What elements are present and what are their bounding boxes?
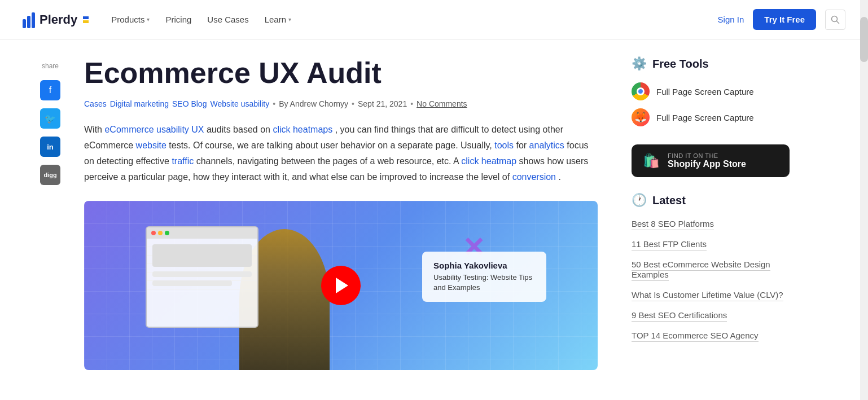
list-item: TOP 14 Ecommerce SEO Agency — [632, 331, 790, 341]
social-sidebar: share f 🐦 in digg — [28, 39, 73, 387]
browser-mockup — [146, 226, 258, 328]
logo[interactable]: Plerdy — [23, 11, 89, 28]
logo-ua-flag — [83, 16, 89, 23]
meta-tag-seo-blog[interactable]: SEO Blog — [172, 99, 207, 108]
meta-author: By Andrew Chornyy — [279, 99, 348, 108]
svg-line-1 — [837, 21, 839, 23]
shopify-main-text: Shopify App Store — [668, 159, 746, 169]
body-text-9: . — [558, 172, 560, 182]
minimize-btn — [158, 231, 163, 235]
meta-date: Sept 21, 2021 — [358, 99, 407, 108]
logo-bar-1 — [23, 19, 26, 28]
latest-link-3[interactable]: What Is Customer Lifetime Value (CLV)? — [632, 290, 783, 301]
free-tools-label: Free Tools — [652, 58, 709, 71]
shopify-text: FIND IT ON THE Shopify App Store — [668, 152, 746, 169]
latest-title: 🕐 Latest — [632, 193, 790, 208]
video-text-overlay: Sophia Yakovlieva Usability Testing: Web… — [422, 252, 546, 302]
content-block — [152, 244, 252, 267]
latest-link-5[interactable]: TOP 14 Ecommerce SEO Agency — [632, 331, 759, 342]
shopify-icon: 🛍️ — [643, 153, 660, 169]
linkedin-icon: in — [47, 143, 54, 151]
digg-icon: digg — [43, 172, 56, 178]
article-title: Ecommerce UX Audit — [84, 56, 598, 90]
link-ecommerce-usability[interactable]: eCommerce usability UX — [104, 125, 204, 134]
body-text-7: channels, navigating between the pages o… — [196, 156, 462, 166]
shopify-app-store-button[interactable]: 🛍️ FIND IT ON THE Shopify App Store — [632, 144, 790, 177]
firefox-tool-item: 🦊 Full Page Screen Capture — [632, 108, 790, 126]
link-website[interactable]: website — [136, 140, 166, 150]
meta-tag-website-usability[interactable]: Website usability — [210, 99, 269, 108]
link-tools[interactable]: tools — [494, 140, 514, 150]
twitter-share-button[interactable]: 🐦 — [40, 108, 60, 129]
link-analytics[interactable]: analytics — [529, 140, 564, 150]
browser-bar — [147, 227, 257, 239]
meta-separator-2: • — [352, 99, 354, 108]
right-sidebar: ⚙️ Free Tools Full Page Screen Capture 🦊… — [620, 39, 790, 387]
gear-icon: ⚙️ — [632, 56, 647, 71]
header-left: Plerdy Products ▾ Pricing Use Cases Lear… — [23, 11, 291, 28]
video-play-button[interactable] — [321, 266, 361, 305]
video-person-name: Sophia Yakovlieva — [433, 261, 535, 270]
close-btn — [151, 231, 156, 235]
firefox-browser-icon: 🦊 — [632, 108, 650, 126]
logo-bar-3 — [32, 12, 35, 28]
nav-pricing[interactable]: Pricing — [165, 15, 191, 24]
latest-list: Best 8 SEO Platforms 11 Best FTP Clients… — [632, 219, 790, 341]
latest-link-2[interactable]: 50 Best eCommerce Website Design Example… — [632, 260, 770, 281]
shopify-sub-text: FIND IT ON THE — [668, 152, 746, 159]
nav-use-cases[interactable]: Use Cases — [207, 15, 248, 24]
list-item: 50 Best eCommerce Website Design Example… — [632, 260, 790, 280]
link-conversion[interactable]: conversion — [512, 172, 556, 182]
content-line-2 — [152, 280, 232, 286]
latest-link-1[interactable]: 11 Best FTP Clients — [632, 239, 707, 250]
meta-tag-cases[interactable]: Cases — [84, 99, 107, 108]
chrome-inner-circle — [637, 87, 645, 95]
facebook-share-button[interactable]: f — [40, 80, 60, 100]
article-meta: Cases Digital marketing SEO Blog Website… — [84, 99, 598, 108]
body-text-1: With — [84, 125, 104, 134]
scrollbar-track — [860, 0, 868, 387]
search-button[interactable] — [825, 10, 845, 30]
list-item: 11 Best FTP Clients — [632, 239, 790, 249]
scrollbar-thumb[interactable] — [860, 17, 868, 62]
latest-link-0[interactable]: Best 8 SEO Platforms — [632, 219, 714, 230]
meta-tag-digital-marketing[interactable]: Digital marketing — [110, 99, 169, 108]
content-line — [152, 271, 252, 277]
article-body: With eCommerce usability UX audits based… — [84, 122, 598, 185]
logo-ua-yellow — [83, 20, 89, 23]
nav-products[interactable]: Products ▾ — [111, 15, 150, 24]
main-header: Plerdy Products ▾ Pricing Use Cases Lear… — [0, 0, 868, 39]
twitter-icon: 🐦 — [45, 113, 56, 124]
list-item: What Is Customer Lifetime Value (CLV)? — [632, 290, 790, 300]
link-click-heatmap[interactable]: click heatmap — [461, 156, 516, 166]
latest-link-4[interactable]: 9 Best SEO Certifications — [632, 310, 727, 322]
firefox-icon: 🦊 — [634, 111, 647, 124]
main-container: share f 🐦 in digg Ecommerce UX Audit Cas… — [16, 39, 852, 387]
digg-share-button[interactable]: digg — [40, 165, 60, 185]
logo-ua-blue — [83, 16, 89, 19]
play-triangle-icon — [336, 278, 348, 293]
meta-comments[interactable]: No Comments — [417, 99, 467, 108]
firefox-extension-link[interactable]: Full Page Screen Capture — [656, 113, 754, 122]
free-tools-title: ⚙️ Free Tools — [632, 56, 790, 71]
linkedin-share-button[interactable]: in — [40, 137, 60, 157]
free-tools-section: ⚙️ Free Tools Full Page Screen Capture 🦊… — [632, 56, 790, 126]
link-traffic[interactable]: traffic — [172, 156, 194, 166]
chevron-down-icon: ▾ — [147, 16, 150, 23]
logo-icon — [23, 11, 35, 28]
chrome-browser-icon — [632, 82, 650, 100]
link-click-heatmaps[interactable]: click heatmaps — [273, 125, 332, 134]
clock-icon: 🕐 — [632, 193, 647, 208]
search-icon — [831, 15, 840, 24]
latest-section: 🕐 Latest Best 8 SEO Platforms 11 Best FT… — [632, 193, 790, 341]
chrome-tool-item: Full Page Screen Capture — [632, 82, 790, 100]
meta-separator-3: • — [410, 99, 413, 108]
chevron-down-icon-2: ▾ — [288, 16, 291, 23]
try-free-button[interactable]: Try It Free — [753, 9, 816, 30]
chrome-extension-link[interactable]: Full Page Screen Capture — [656, 87, 754, 96]
share-label: share — [42, 62, 59, 70]
nav-learn[interactable]: Learn ▾ — [265, 15, 291, 24]
facebook-icon: f — [49, 85, 51, 95]
sign-in-link[interactable]: Sign In — [718, 15, 744, 24]
video-thumbnail[interactable]: ✕ Sophia Yakovlieva Usability Testing: W… — [84, 201, 598, 370]
